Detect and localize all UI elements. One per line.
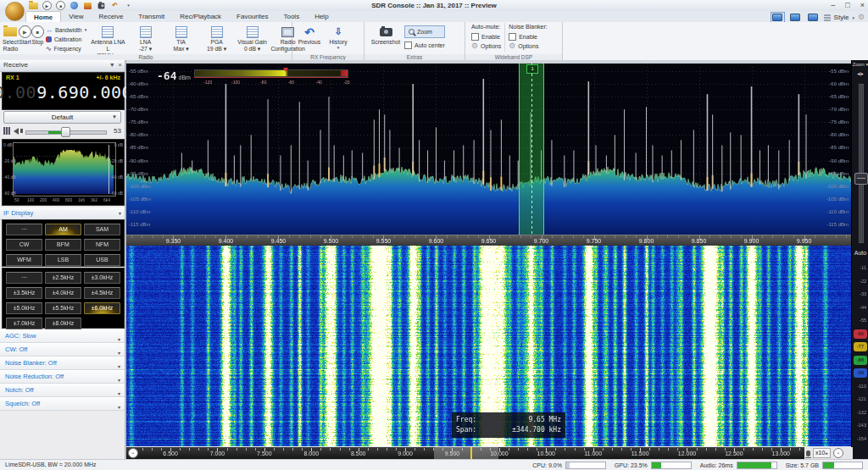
panel-close-icon[interactable]: × <box>118 61 122 69</box>
color-scale-marker[interactable]: -66 <box>854 329 867 339</box>
mode-button-am[interactable]: AM <box>45 224 81 235</box>
bandwidth-button-2-5khz[interactable]: ±2.5kHz <box>45 272 81 284</box>
minimize-button[interactable]: – <box>831 1 835 9</box>
if-display-collapse-icon[interactable]: ▾ <box>119 210 121 216</box>
bandwidth-button-5-0khz[interactable]: ±5.0kHz <box>6 302 42 314</box>
 <box>211 26 223 38</box>
tab-home[interactable]: Home <box>25 11 61 23</box>
select-radio-button[interactable]: Select Radio <box>3 23 19 53</box>
navigator-center-button-left[interactable]: • <box>128 448 138 458</box>
freq-axis-tick <box>731 235 732 238</box>
previous-button[interactable]: ↶ Previous <box>295 23 324 46</box>
spectrum-canvas[interactable] <box>126 64 851 235</box>
mode-button-bfm[interactable]: BFM <box>45 239 81 251</box>
zoom-slider-handle[interactable] <box>854 173 868 185</box>
tab-help[interactable]: Help <box>307 11 336 22</box>
section-notch[interactable]: Notch: Off▾ <box>0 384 125 397</box>
bandwidth-button-4-0khz[interactable]: ±4.0kHz <box>45 287 81 299</box>
mode-button-cw[interactable]: CW <box>6 239 42 251</box>
profile-dropdown[interactable]: Default ▼ <box>3 111 121 124</box>
screenshot-button[interactable]: Screenshot <box>367 23 404 46</box>
settings-gear-icon[interactable]: ⚙ <box>858 14 865 21</box>
mini-button-bandwidth[interactable]: ↔Bandwidth▾ <box>46 25 86 34</box>
bandwidth-button-6-0khz[interactable]: ±6.0kHz <box>84 302 120 314</box>
mini-button-frequency[interactable]: ∿Frequency <box>46 44 86 53</box>
section-squelch[interactable]: Squelch: Off▾ <box>0 397 125 411</box>
noise-blanker-options-button[interactable]: ⚙ Options <box>509 41 548 51</box>
tab-favourites[interactable]: Favourites <box>229 11 275 22</box>
tab-tools[interactable]: Tools <box>275 11 307 22</box>
color-scale-marker[interactable]: -88 <box>854 356 867 365</box>
bandwidth-button-4-5khz[interactable]: ±4.5kHz <box>84 287 120 299</box>
app-logo[interactable] <box>5 2 25 21</box>
spectrum-display[interactable]: -55 dBm-55 dBm-60 dBm-60 dBm-65 dBm-65 d… <box>126 64 851 235</box>
volume-slider[interactable] <box>25 127 107 135</box>
panel-collapse-icon[interactable]: ▾ <box>110 61 114 69</box>
level-meter-icon[interactable] <box>3 127 10 135</box>
color-scale-label: -22 <box>860 279 866 284</box>
volume-slider-handle[interactable] <box>61 127 70 137</box>
zoom-extent-icon[interactable]: ◂|▸ <box>852 70 868 76</box>
section-collapse-icon[interactable]: ▾ <box>118 401 120 413</box>
auto-range-button[interactable]: Auto <box>852 250 868 256</box>
section-agc[interactable]: AGC: Slow▾ <box>0 329 125 343</box>
color-scale-label: -121 <box>857 396 866 401</box>
section-noise-reduction[interactable]: Noise Reduction: Off▾ <box>0 370 125 384</box>
mode-button-lsb[interactable]: LSB <box>45 254 81 266</box>
mode-button-nfm[interactable]: NFM <box>84 239 120 251</box>
mic-icon[interactable] <box>806 451 810 456</box>
meter-tick-label: -120 <box>199 80 216 85</box>
freq-axis-tick <box>562 235 563 238</box>
rx-tuning-band[interactable]: 1 <box>519 64 543 235</box>
if-spectrum-thumbnail-canvas[interactable] <box>14 143 114 194</box>
section-noise-blanker[interactable]: Noise Blanker: Off▾ <box>0 357 125 370</box>
auto-center-checkbox[interactable] <box>404 41 412 49</box>
mode-button-usb[interactable]: USB <box>84 254 120 266</box>
if-spectrum-thumbnail[interactable]: 0 dB0 dB-20 dB-20 dB-40 dB-40 dB-60 dB-6… <box>2 139 125 206</box>
volume-value: 53 <box>110 127 121 135</box>
tab-transmit[interactable]: Transmit <box>131 11 172 22</box>
style-dropdown-arrow-icon[interactable]: ▾ <box>852 15 854 20</box>
tab-rec-playback[interactable]: Rec/Playback <box>172 11 229 22</box>
auto-mute-enable-checkbox[interactable] <box>471 33 479 41</box>
start-button[interactable]: ▶ Start <box>19 23 31 46</box>
mode-button-wfm[interactable]: WFM <box>6 254 42 266</box>
mode-button-sam[interactable]: SAM <box>84 224 120 235</box>
navigator-ruler[interactable]: 6.5007.0007.5008.0008.5009.0009.50010.00… <box>126 447 804 459</box>
maximize-button[interactable]: □ <box>845 1 849 9</box>
stop-button[interactable]: ■ Stop <box>31 23 44 46</box>
noise-blanker-enable-checkbox[interactable] <box>509 33 516 41</box>
theme-icon[interactable] <box>824 14 831 21</box>
ribbon-tab-row: HomeViewReceiveTransmitRec/PlaybackFavou… <box>0 11 868 23</box>
bandwidth-button-3-0khz[interactable]: ±3.0kHz <box>84 272 120 284</box>
bandwidth-button-5-5khz[interactable]: ±5.5kHz <box>45 302 81 314</box>
bandwidth-button-3-5khz[interactable]: ±3.5kHz <box>6 287 42 299</box>
zoom-x10-button[interactable]: x10▸ <box>813 448 831 458</box>
close-button[interactable]: × <box>860 1 865 9</box>
tab-receive[interactable]: Receive <box>91 11 131 22</box>
freq-axis-tick <box>636 235 637 238</box>
frequency-display[interactable]: RX 1 +/- 6 kHz 0.009.690.000 <box>2 72 125 110</box>
if-display-header[interactable]: IF Display ▾ <box>0 207 125 220</box>
rx-marker-tag[interactable]: 1 <box>526 64 538 74</box>
color-scale-marker[interactable]: -99 <box>854 368 867 378</box>
speaker-icon[interactable] <box>14 128 22 135</box>
section-label: Noise Reduction: Off <box>5 373 64 380</box>
navigator-center-button-right[interactable]: • <box>833 448 843 458</box>
mode-button-more[interactable]: ··· <box>6 224 42 235</box>
section-cw[interactable]: CW: Off▾ <box>0 343 125 357</box>
style-button[interactable]: Style <box>834 14 849 21</box>
bandwidth-button-7-0khz[interactable]: ±7.0kHz <box>6 318 42 329</box>
history-button[interactable]: ⇩ History ▾ <box>324 23 353 50</box>
mini-button-calibration[interactable]: Calibration <box>46 35 86 43</box>
bandwidth-button-more[interactable]: ··· <box>6 272 42 284</box>
freq-axis-tick <box>478 235 479 238</box>
zoom-button[interactable]: Zoom <box>404 25 445 38</box>
auto-mute-options-button[interactable]: ⚙ Options <box>471 41 501 51</box>
bandwidth-button-8-0khz[interactable]: ±8.0kHz <box>45 318 81 329</box>
tab-view[interactable]: View <box>61 11 91 22</box>
zoom-slider-track[interactable] <box>859 84 864 243</box>
color-scale-marker[interactable]: -77 <box>854 342 867 351</box>
spectrum-frequency-axis[interactable]: 9.3509.4009.4509.5009.5509.6009.6509.700… <box>126 235 851 246</box>
navigator-view-region[interactable] <box>434 447 498 459</box>
